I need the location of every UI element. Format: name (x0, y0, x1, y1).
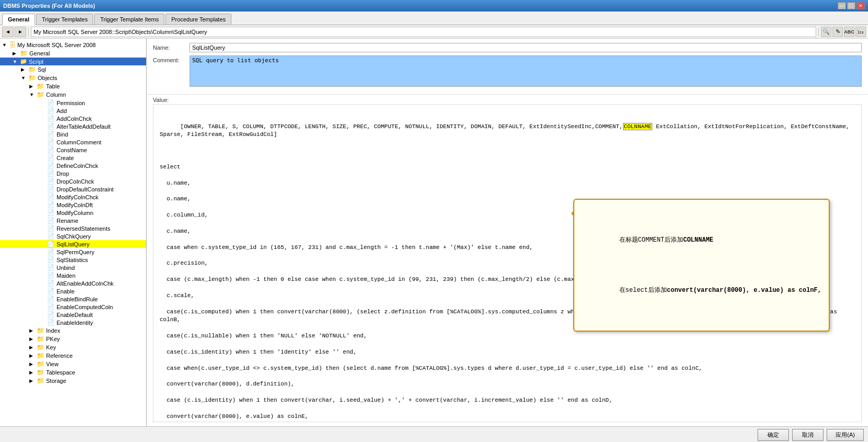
root-label: My Microsoft SQL Server 2008 (17, 42, 96, 48)
tree-item-unbind[interactable]: 📄Unbind (0, 264, 146, 271)
tree-item-add[interactable]: 📄Add (0, 107, 146, 115)
tree-item-enabledefault[interactable]: 📄EnableDefault (0, 311, 146, 319)
tree-item-table[interactable]: ▶ 📁 Table (0, 82, 146, 90)
name-row: Name: (153, 43, 862, 52)
value-area[interactable]: [OWNER, TABLE, S, COLUMN, DTTPCODE, LENG… (153, 104, 862, 422)
key-arrow: ▶ (29, 345, 37, 350)
view-folder-icon: 📁 (37, 360, 44, 368)
addcolnchck-doc-icon: 📄 (47, 115, 54, 122)
close-button[interactable]: ✕ (856, 2, 865, 9)
tree-item-objects[interactable]: ▼ 📁 Objects (0, 74, 146, 82)
tree-item-reversedstatements[interactable]: 📄ReversedStatements (0, 224, 146, 232)
tree-item-modifycolnchck[interactable]: 📄ModifyColnChck (0, 193, 146, 201)
storage-folder-icon: 📁 (37, 377, 44, 384)
tree-item-sqlpermquery[interactable]: 📄SqlPermQuery (0, 248, 146, 256)
tree-item-sqllistquery[interactable]: 📄SqlListQuery (0, 240, 146, 248)
abc-icon[interactable]: ABC (844, 27, 854, 37)
tree-item-dropdefaultconstraint[interactable]: 📄DropDefaultConstraint (0, 185, 146, 193)
back-button[interactable]: ◄ (2, 27, 14, 37)
main-content: ▼ 🗄 My Microsoft SQL Server 2008 ▶ 📁 Gen… (0, 39, 868, 426)
tree-item-create[interactable]: 📄Create (0, 154, 146, 162)
tree-item-reference[interactable]: ▶ 📁 Reference (0, 352, 146, 360)
tree-item-enable[interactable]: 📄Enable (0, 287, 146, 295)
sqlstatistics-label: SqlStatistics (57, 257, 88, 263)
code-scale: c.scale, (160, 292, 194, 299)
tree-item-sqlchkquery[interactable]: 📄SqlChkQuery (0, 232, 146, 240)
permission-label: Permission (57, 100, 85, 106)
tree-item-view[interactable]: ▶ 📁 View (0, 360, 146, 368)
num-icon[interactable]: 1₂₃ (855, 27, 866, 37)
tree-item-index[interactable]: ▶ 📁 Index (0, 326, 146, 335)
tree-item-addcolnchck[interactable]: 📄AddColnChck (0, 115, 146, 122)
tab-procedure-templates[interactable]: Procedure Templates (165, 14, 231, 25)
script-label: Script (29, 59, 43, 65)
tree-item-bind[interactable]: 📄Bind (0, 130, 146, 138)
tree-item-column[interactable]: ▼ 📁 Column (0, 90, 146, 99)
index-arrow: ▶ (29, 328, 37, 333)
altenableaddcolnchk-label: AltEnableAddColnChk (57, 280, 114, 287)
tree-item-altenableaddcolnchk[interactable]: 📄AltEnableAddColnChk (0, 279, 146, 287)
tree-item-altertableadddefault[interactable]: 📄AlterTableAddDefault (0, 122, 146, 130)
path-input[interactable] (31, 27, 816, 37)
cancel-button[interactable]: 取消 (792, 429, 824, 441)
sqlpermquery-doc-icon: 📄 (47, 248, 54, 255)
name-label: Name: (153, 44, 190, 51)
tree-item-modifycolndft[interactable]: 📄ModifyColnDft (0, 201, 146, 209)
tab-trigger-template-items[interactable]: Trigger Template Items (94, 14, 164, 25)
tab-trigger-templates[interactable]: Trigger Templates (36, 14, 93, 25)
tree-item-drop[interactable]: 📄Drop (0, 169, 146, 177)
altertableadddefault-label: AlterTableAddDefault (57, 123, 110, 130)
root-folder-icon: 🗄 (9, 41, 16, 49)
sql-label: Sql (38, 66, 46, 73)
enabledefault-label: EnableDefault (57, 312, 93, 318)
tree-item-key[interactable]: ▶ 📁 Key (0, 343, 146, 352)
maximize-button[interactable]: □ (847, 2, 855, 9)
bind-doc-icon: 📄 (47, 131, 54, 138)
tree-item-general[interactable]: ▶ 📁 General (0, 49, 146, 58)
objects-arrow: ▼ (21, 75, 28, 81)
search-icon[interactable]: 🔍 (821, 27, 831, 37)
tree-item-sql[interactable]: ▶ 📁 Sql (0, 65, 146, 74)
pkey-arrow: ▶ (29, 336, 37, 342)
tree-item-enablebindrule[interactable]: 📄EnableBindRule (0, 295, 146, 303)
name-input[interactable] (190, 43, 862, 52)
tree-item-tablespace[interactable]: ▶ 📁 Tablespace (0, 368, 146, 377)
table-folder-icon: 📁 (37, 83, 44, 90)
tree-item-sqlstatistics[interactable]: 📄SqlStatistics (0, 256, 146, 264)
sql-arrow: ▶ (21, 67, 28, 72)
edit-icon[interactable]: ✎ (832, 27, 843, 37)
create-label: Create (57, 155, 74, 161)
modifycolndft-doc-icon: 📄 (47, 201, 54, 208)
tab-general[interactable]: General (2, 14, 35, 25)
tree-item-constname[interactable]: 📄ConstName (0, 146, 146, 154)
tree-root[interactable]: ▼ 🗄 My Microsoft SQL Server 2008 (0, 41, 146, 49)
tree-item-script[interactable]: ▼ 📁 Script (0, 58, 146, 65)
objects-folder-icon: 📁 (28, 74, 36, 82)
tree-item-pkey[interactable]: ▶ 📁 PKey (0, 335, 146, 343)
apply-button[interactable]: 应用(A) (827, 429, 864, 441)
tree-item-definecolnchck[interactable]: 📄DefineColnChck (0, 162, 146, 169)
code-definition: convert(varchar(8000), d.definition), (160, 381, 294, 387)
window-controls: — □ ✕ (838, 2, 865, 9)
forward-button[interactable]: ► (15, 27, 26, 37)
tree-item-dropcolnchck[interactable]: 📄DropColnChck (0, 177, 146, 185)
key-label: Key (46, 344, 56, 350)
comment-input[interactable]: SQL query to list objects (190, 55, 862, 87)
rename-label: Rename (57, 218, 79, 224)
code-case1: case when c.system_type_id in (165, 167,… (160, 244, 533, 251)
tree-item-storage[interactable]: ▶ 📁 Storage (0, 377, 146, 385)
rename-doc-icon: 📄 (47, 217, 54, 224)
minimize-button[interactable]: — (838, 2, 846, 9)
tree-item-maiden[interactable]: 📄Maiden (0, 271, 146, 279)
ok-button[interactable]: 确定 (758, 429, 789, 441)
pkey-folder-icon: 📁 (37, 335, 44, 343)
bind-label: Bind (57, 131, 68, 138)
tree-item-rename[interactable]: 📄Rename (0, 217, 146, 224)
tree-item-enableidentity[interactable]: 📄EnableIdentity (0, 319, 146, 326)
tree-item-columncomment[interactable]: 📄ColumnComment (0, 138, 146, 146)
tree-item-enablecomputedcoln[interactable]: 📄EnableComputedColn (0, 303, 146, 311)
addcolnchck-label: AddColnChck (57, 116, 92, 122)
tree-item-modifycolumn[interactable]: 📄ModifyColumn (0, 209, 146, 217)
enable-label: Enable (57, 288, 74, 294)
tree-item-permission[interactable]: 📄Permission (0, 99, 146, 107)
